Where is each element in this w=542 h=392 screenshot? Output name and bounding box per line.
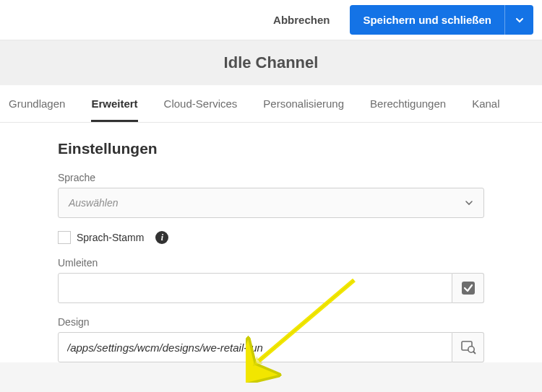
design-input[interactable] [58,332,452,362]
checkmark-icon [460,280,476,296]
sprache-select[interactable]: Auswählen [58,188,484,218]
tab-kanal[interactable]: Kanal [472,85,499,122]
sprache-label: Sprache [58,172,484,183]
tab-berechtigungen[interactable]: Berechtigungen [370,85,446,122]
umleiten-row [58,273,484,303]
top-bar: Abbrechen Speichern und schließen [0,0,542,40]
tab-erweitert[interactable]: Erweitert [91,85,137,122]
browse-search-icon [460,339,476,355]
chevron-down-icon [465,199,473,207]
umleiten-input[interactable] [58,273,452,303]
content-panel: Einstellungen Sprache Auswählen Sprach-S… [0,123,542,362]
sprach-stamm-checkbox[interactable] [58,231,71,244]
design-label: Design [58,316,484,328]
info-icon[interactable]: i [155,231,168,244]
umleiten-confirm-button[interactable] [452,273,484,303]
svg-rect-0 [462,282,475,295]
page-title: Idle Channel [0,40,542,85]
tab-grundlagen[interactable]: Grundlagen [9,85,65,122]
cancel-button[interactable]: Abbrechen [262,6,341,33]
sprache-placeholder: Auswählen [69,197,119,209]
sprach-stamm-row: Sprach-Stamm i [58,231,484,244]
umleiten-label: Umleiten [58,257,484,269]
tab-bar: Grundlagen Erweitert Cloud-Services Pers… [0,85,542,123]
save-and-close-button[interactable]: Speichern und schließen [350,5,504,35]
tab-cloud-services[interactable]: Cloud-Services [164,85,238,122]
save-group: Speichern und schließen [350,5,533,35]
svg-line-3 [473,352,476,354]
chevron-down-icon [515,16,524,25]
save-dropdown-button[interactable] [504,5,533,35]
sprach-stamm-label: Sprach-Stamm [77,232,144,243]
design-row [58,332,484,362]
tab-personalisierung[interactable]: Personalisierung [263,85,344,122]
settings-heading: Einstellungen [58,140,484,157]
design-browse-button[interactable] [452,332,484,362]
